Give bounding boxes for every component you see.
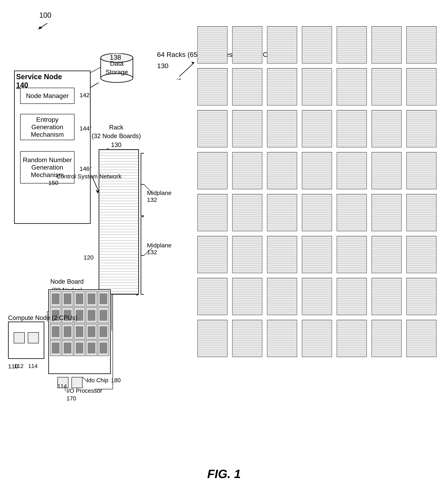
rack-thumb [337,152,367,189]
rack-thumb [337,236,367,273]
rack-thumb [232,110,262,147]
ref-114-nodeboard: 114 [57,383,67,390]
rack-thumb [406,320,436,357]
rack-thumb [337,68,367,105]
rack-thumb [371,236,402,273]
rack-thumb [197,320,227,357]
io-proc-label: I/O Processor 170 [66,387,102,402]
rack-thumb [267,68,297,105]
rack-thumb [197,26,227,64]
rack-thumb [197,110,227,147]
ref-150: 150 [48,179,58,186]
midplane-label-2: Midplane 132 [147,242,172,256]
rack-thumb [406,236,436,273]
service-node-title: Service Node 140 [16,73,62,89]
rack-thumb [267,320,297,357]
rack-thumb [232,278,262,315]
rack-thumb [337,320,367,357]
compute-node-label: Compute Node (2 CPUs) [8,313,78,322]
rack-thumb [197,194,227,231]
rack-thumb [302,68,332,105]
rack-box [99,149,139,294]
midplane-label-1: Midplane 132 [147,189,172,203]
rack-thumb [302,236,332,273]
ido-chip [71,377,82,388]
rack-thumb [232,68,262,105]
ref-100: 100 [39,11,51,19]
rack-thumb [406,26,436,64]
rack-thumb [371,278,402,315]
ref-146: 146 [80,165,90,172]
rack-thumb [371,152,402,189]
racks-arrow: → [175,75,182,83]
rack-thumb [267,194,297,231]
rack-thumb [337,194,367,231]
rack-thumb [406,194,436,231]
rack-label: Rack(32 Node Boards)130 [92,123,141,149]
diagram: 100 Service Node 140 Node Manager Entrop… [0,0,448,499]
rack-thumb [302,152,332,189]
rack-thumb [232,320,262,357]
ref-144: 144 [80,125,90,132]
control-system-network-label: Control System Network [56,172,121,180]
rack-thumb [232,194,262,231]
rack-thumb [406,278,436,315]
rack-thumb [267,26,297,64]
rack-thumb [302,194,332,231]
rack-thumb [232,236,262,273]
rack-thumb [267,110,297,147]
rack-thumb [406,110,436,147]
node-manager-box: Node Manager [20,88,75,104]
rack-thumb [197,152,227,189]
rack-thumb [197,236,227,273]
ref-142: 142 [80,92,90,99]
rack-thumb [267,236,297,273]
ref-120-rack: 120 [83,254,94,261]
rack-thumb [371,194,402,231]
compute-node-box [8,322,44,359]
rack-thumb [371,26,402,64]
ido-chip-label: Ido Chip 180 [87,377,121,384]
rack-thumb [406,68,436,105]
rack-thumb [302,278,332,315]
rack-thumb [302,110,332,147]
cpu-box-2 [28,332,39,343]
rack-thumb [371,110,402,147]
rack-thumb [232,26,262,64]
rack-thumb [371,68,402,105]
nodeboard-grid [48,289,111,374]
ref-114-compute: 114 [28,363,38,369]
cpu-box-1 [14,332,25,343]
rack-grid [197,26,437,358]
svg-marker-8 [96,189,99,193]
entropy-box: Entropy Generation Mechanism [20,114,75,140]
rack-thumb [232,152,262,189]
rack-thumb [406,152,436,189]
rack-thumb [302,320,332,357]
ref-138: 138 [110,53,121,61]
svg-marker-1 [38,26,42,29]
rack-thumb [337,110,367,147]
rack-thumb [302,26,332,64]
rack-thumb [371,320,402,357]
rack-thumb [197,278,227,315]
ref-112: 112 [14,363,24,369]
svg-line-0 [38,23,47,29]
fig-caption: FIG. 1 [207,467,241,481]
rack-thumb [337,278,367,315]
rack-thumb [337,26,367,64]
data-storage-label: Data Storage [102,59,132,76]
rack-thumb [197,68,227,105]
rack-thumb [267,278,297,315]
rack-thumb [267,152,297,189]
